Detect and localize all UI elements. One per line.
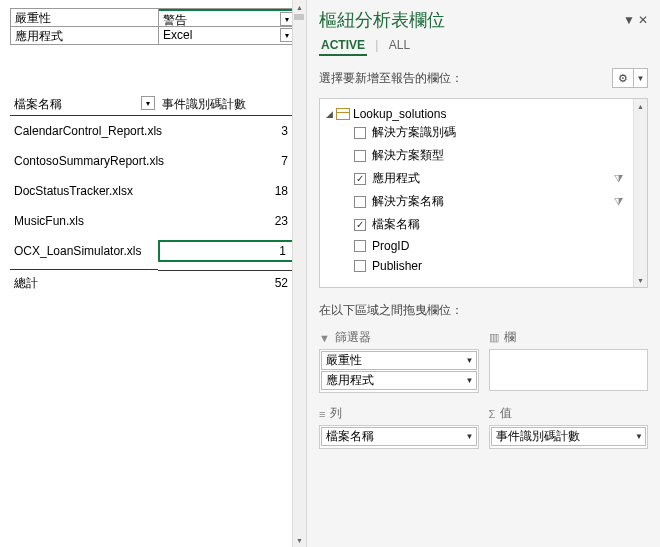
chevron-down-icon[interactable]: ▼ bbox=[466, 356, 474, 365]
table-node[interactable]: ◢ Lookup_solutions bbox=[326, 107, 641, 121]
value-header: 事件識別碼計數 bbox=[158, 94, 296, 116]
filters-zone-title: 篩選器 bbox=[335, 329, 371, 346]
field-label: Publisher bbox=[372, 259, 422, 273]
choose-fields-prompt: 選擇要新增至報告的欄位： bbox=[319, 70, 463, 87]
gear-icon: ⚙ bbox=[612, 68, 634, 88]
field-item[interactable]: ✓檔案名稱 bbox=[326, 213, 641, 236]
field-label: 檔案名稱 bbox=[372, 216, 420, 233]
chevron-down-icon[interactable]: ▼ bbox=[635, 432, 643, 441]
pivot-table-area: 嚴重性 警告 ▾ 應用程式 Excel ▾ 檔案名稱 ▾ 事件識別碼計數 Cal… bbox=[0, 0, 306, 547]
pane-dropdown-icon[interactable]: ▼ bbox=[623, 13, 635, 27]
field-label: 解決方案識別碼 bbox=[372, 124, 456, 141]
filter-label: 應用程式 bbox=[11, 27, 159, 44]
scroll-down-icon[interactable]: ▼ bbox=[634, 273, 647, 287]
tab-active[interactable]: ACTIVE bbox=[319, 36, 367, 56]
chevron-down-icon: ▼ bbox=[634, 68, 648, 88]
filters-zone[interactable]: 嚴重性▼ 應用程式▼ bbox=[319, 349, 479, 393]
field-label: 應用程式 bbox=[372, 170, 420, 187]
rows-zone-title: 列 bbox=[330, 405, 342, 422]
field-item[interactable]: ProgID bbox=[326, 236, 641, 256]
rows-icon: ≡ bbox=[319, 408, 325, 420]
scroll-up-icon[interactable]: ▲ bbox=[293, 0, 306, 14]
vertical-scrollbar[interactable]: ▲ ▼ bbox=[292, 0, 306, 547]
tools-button[interactable]: ⚙ ▼ bbox=[612, 68, 648, 88]
checkbox[interactable] bbox=[354, 127, 366, 139]
zone-item[interactable]: 事件識別碼計數▼ bbox=[491, 427, 647, 446]
columns-icon: ▥ bbox=[489, 331, 499, 344]
checkbox[interactable]: ✓ bbox=[354, 219, 366, 231]
field-item[interactable]: Publisher bbox=[326, 256, 641, 276]
table-row[interactable]: ContosoSummaryReport.xls 7 bbox=[10, 146, 296, 176]
filter-value[interactable]: Excel ▾ bbox=[159, 27, 295, 44]
checkbox[interactable] bbox=[354, 260, 366, 272]
funnel-icon[interactable]: ⧩ bbox=[614, 172, 623, 185]
columns-zone-title: 欄 bbox=[504, 329, 516, 346]
drag-fields-prompt: 在以下區域之間拖曳欄位： bbox=[319, 302, 648, 319]
row-label-header[interactable]: 檔案名稱 ▾ bbox=[10, 94, 158, 116]
filter-label: 嚴重性 bbox=[11, 9, 159, 26]
zone-item[interactable]: 嚴重性▼ bbox=[321, 351, 477, 370]
field-label: ProgID bbox=[372, 239, 409, 253]
zone-item[interactable]: 應用程式▼ bbox=[321, 371, 477, 390]
grand-total-row[interactable]: 總計 52 bbox=[10, 266, 296, 296]
values-zone[interactable]: 事件識別碼計數▼ bbox=[489, 425, 649, 449]
values-zone-title: 值 bbox=[500, 405, 512, 422]
pivot-header: 檔案名稱 ▾ 事件識別碼計數 bbox=[10, 94, 296, 116]
columns-zone[interactable] bbox=[489, 349, 649, 391]
funnel-icon[interactable]: ⧩ bbox=[614, 195, 623, 208]
close-icon[interactable]: ✕ bbox=[638, 13, 648, 27]
table-row[interactable]: CalendarControl_Report.xls 3 bbox=[10, 116, 296, 146]
collapse-icon[interactable]: ◢ bbox=[326, 109, 333, 119]
field-item[interactable]: 解決方案類型 bbox=[326, 144, 641, 167]
scroll-down-icon[interactable]: ▼ bbox=[293, 533, 306, 547]
table-row[interactable]: DocStatusTracker.xlsx 18 bbox=[10, 176, 296, 206]
field-item[interactable]: 解決方案名稱⧩ bbox=[326, 190, 641, 213]
fields-list: ◢ Lookup_solutions 解決方案識別碼解決方案類型✓應用程式⧩解決… bbox=[319, 98, 648, 288]
field-label: 解決方案類型 bbox=[372, 147, 444, 164]
table-row[interactable]: MusicFun.xls 23 bbox=[10, 206, 296, 236]
chevron-down-icon[interactable]: ▼ bbox=[466, 432, 474, 441]
scroll-thumb[interactable] bbox=[294, 14, 304, 20]
filter-value[interactable]: 警告 ▾ bbox=[159, 9, 295, 26]
field-label: 解決方案名稱 bbox=[372, 193, 444, 210]
row-filter-dropdown-icon[interactable]: ▾ bbox=[141, 96, 155, 110]
rows-zone[interactable]: 檔案名稱▼ bbox=[319, 425, 479, 449]
tab-all[interactable]: ALL bbox=[387, 36, 412, 54]
field-item[interactable]: 解決方案識別碼 bbox=[326, 121, 641, 144]
fields-scrollbar[interactable]: ▲ ▼ bbox=[633, 99, 647, 287]
sigma-icon: Σ bbox=[489, 408, 496, 420]
checkbox[interactable] bbox=[354, 196, 366, 208]
pivot-field-list-pane: 樞紐分析表欄位 ▼ ✕ ACTIVE | ALL 選擇要新增至報告的欄位： ⚙ … bbox=[306, 0, 660, 547]
filter-row-severity: 嚴重性 警告 ▾ bbox=[10, 8, 296, 27]
chevron-down-icon[interactable]: ▼ bbox=[466, 376, 474, 385]
checkbox[interactable] bbox=[354, 150, 366, 162]
checkbox[interactable] bbox=[354, 240, 366, 252]
funnel-icon: ▼ bbox=[319, 332, 330, 344]
table-row[interactable]: OCX_LoanSimulator.xls 1 bbox=[10, 236, 296, 266]
zone-item[interactable]: 檔案名稱▼ bbox=[321, 427, 477, 446]
filter-row-application: 應用程式 Excel ▾ bbox=[10, 26, 296, 45]
pane-title: 樞紐分析表欄位 ▼ ✕ bbox=[319, 8, 648, 32]
scroll-up-icon[interactable]: ▲ bbox=[634, 99, 647, 113]
field-item[interactable]: ✓應用程式⧩ bbox=[326, 167, 641, 190]
field-tabs: ACTIVE | ALL bbox=[319, 36, 648, 56]
table-icon bbox=[336, 108, 350, 120]
checkbox[interactable]: ✓ bbox=[354, 173, 366, 185]
